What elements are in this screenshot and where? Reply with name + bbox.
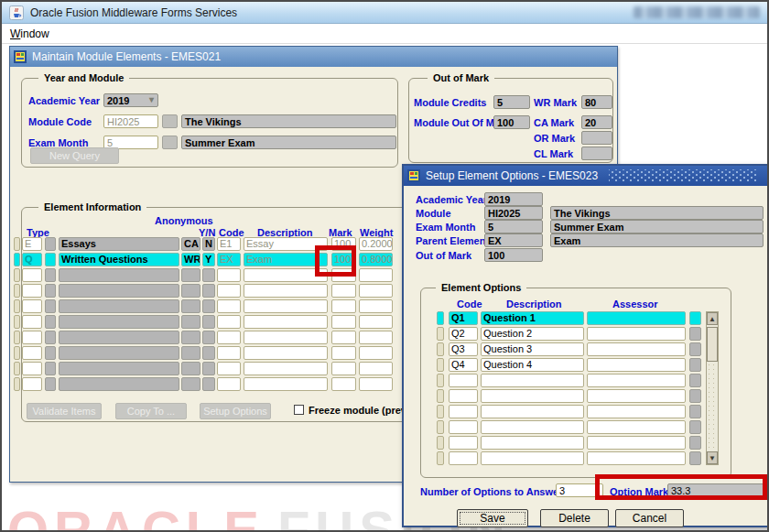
mark-field[interactable] — [331, 331, 356, 344]
type-field[interactable] — [22, 346, 42, 360]
code-description-field[interactable] — [244, 284, 328, 298]
type-lov-button[interactable] — [45, 268, 56, 282]
weight-field[interactable] — [359, 299, 393, 313]
option-code-field[interactable] — [449, 451, 478, 465]
option-code-field[interactable]: Q3 — [449, 342, 478, 356]
assessor-lov-button[interactable] — [689, 342, 701, 356]
option-assessor-field[interactable] — [587, 327, 686, 341]
option-code-field[interactable] — [449, 405, 478, 418]
assessor-lov-button[interactable] — [689, 389, 701, 403]
code-field[interactable] — [217, 346, 241, 360]
type-field[interactable] — [22, 331, 42, 344]
weight-field[interactable]: 0.2000 — [359, 237, 393, 251]
option-row-selector[interactable] — [437, 327, 444, 341]
main-window-titlebar[interactable]: Maintain Module Elements - EMES021 — [10, 47, 617, 67]
type-field[interactable] — [22, 377, 42, 391]
assessor-lov-button[interactable] — [689, 311, 701, 325]
option-row-selector[interactable] — [437, 451, 444, 465]
code-description-field[interactable] — [244, 346, 328, 360]
code-description-field[interactable] — [244, 377, 328, 391]
row-selector[interactable] — [14, 284, 20, 298]
assessor-lov-button[interactable] — [689, 358, 701, 372]
weight-field[interactable] — [359, 377, 393, 391]
assessor-lov-button[interactable] — [689, 436, 701, 450]
option-row-selector[interactable] — [437, 420, 444, 434]
option-code-field[interactable] — [449, 374, 478, 387]
row-selector[interactable] — [14, 237, 20, 251]
type-lov-button[interactable] — [45, 253, 56, 266]
code-description-field[interactable] — [244, 362, 328, 375]
row-selector[interactable] — [14, 268, 20, 282]
code-field[interactable] — [217, 362, 241, 375]
code-description-field[interactable] — [244, 331, 328, 344]
code-field[interactable] — [217, 284, 241, 298]
option-code-field[interactable]: Q1 — [449, 311, 478, 325]
option-description-field[interactable] — [481, 451, 584, 465]
anonymous-yn-field[interactable] — [202, 331, 215, 344]
anonymous-yn-field[interactable] — [202, 346, 215, 360]
mark-field[interactable] — [331, 346, 356, 360]
code-field[interactable] — [217, 299, 241, 313]
option-description-field[interactable]: Question 2 — [481, 327, 584, 341]
weight-field[interactable] — [359, 346, 393, 360]
type-lov-button[interactable] — [45, 315, 56, 329]
type-field[interactable]: Q — [22, 253, 42, 266]
type-field[interactable]: E — [22, 237, 42, 251]
weight-field[interactable] — [359, 362, 393, 375]
type-field[interactable] — [22, 268, 42, 282]
anonymous-yn-field[interactable] — [202, 315, 215, 329]
module-code-field[interactable]: HI2025 — [103, 114, 158, 128]
row-selector[interactable] — [14, 346, 20, 360]
option-description-field[interactable] — [481, 389, 584, 403]
anonymous-yn-field[interactable]: N — [202, 237, 215, 251]
row-selector[interactable] — [14, 377, 20, 391]
option-assessor-field[interactable] — [587, 358, 686, 372]
code-description-field[interactable] — [244, 299, 328, 313]
option-assessor-field[interactable] — [587, 374, 686, 387]
type-field[interactable] — [22, 362, 42, 375]
code-field[interactable]: EX — [217, 253, 241, 266]
mark-field[interactable] — [331, 284, 356, 298]
row-selector[interactable] — [14, 362, 20, 375]
type-field[interactable] — [22, 299, 42, 313]
options-scrollbar[interactable]: ▲ ▼ — [706, 311, 719, 465]
scrollbar-down-button[interactable]: ▼ — [707, 451, 718, 464]
row-selector[interactable] — [14, 315, 20, 329]
type-lov-button[interactable] — [45, 284, 56, 298]
scrollbar-up-button[interactable]: ▲ — [707, 312, 718, 325]
option-row-selector[interactable] — [437, 342, 444, 356]
option-description-field[interactable]: Question 1 — [481, 311, 584, 325]
code-field[interactable] — [217, 377, 241, 391]
code-field[interactable] — [217, 315, 241, 329]
option-description-field[interactable]: Question 4 — [481, 358, 584, 372]
type-lov-button[interactable] — [45, 237, 56, 251]
weight-field[interactable] — [359, 284, 393, 298]
cancel-button[interactable]: Cancel — [615, 509, 684, 527]
code-field[interactable] — [217, 331, 241, 344]
mark-field[interactable] — [331, 377, 356, 391]
weight-field[interactable]: 0.8000 — [359, 253, 393, 266]
type-lov-button[interactable] — [45, 331, 56, 344]
row-selector[interactable] — [14, 253, 20, 266]
option-description-field[interactable]: Question 3 — [481, 342, 584, 356]
freeze-module-checkbox[interactable] — [294, 405, 304, 415]
assessor-lov-button[interactable] — [689, 327, 701, 341]
assessor-lov-button[interactable] — [689, 405, 701, 418]
weight-field[interactable] — [359, 331, 393, 344]
option-code-field[interactable] — [449, 436, 478, 450]
anonymous-yn-field[interactable] — [202, 362, 215, 375]
menu-window[interactable]: Window — [10, 27, 49, 40]
option-description-field[interactable] — [481, 420, 584, 434]
option-row-selector[interactable] — [437, 358, 444, 372]
assessor-lov-button[interactable] — [689, 451, 701, 465]
option-description-field[interactable] — [481, 436, 584, 450]
validate-items-button[interactable]: Validate Items — [27, 403, 102, 419]
option-code-field[interactable]: Q4 — [449, 358, 478, 372]
option-description-field[interactable] — [481, 374, 584, 387]
option-assessor-field[interactable] — [587, 405, 686, 418]
option-assessor-field[interactable] — [587, 389, 686, 403]
option-assessor-field[interactable] — [587, 436, 686, 450]
scrollbar-thumb[interactable] — [707, 327, 718, 362]
option-code-field[interactable] — [449, 420, 478, 434]
type-lov-button[interactable] — [45, 362, 56, 375]
